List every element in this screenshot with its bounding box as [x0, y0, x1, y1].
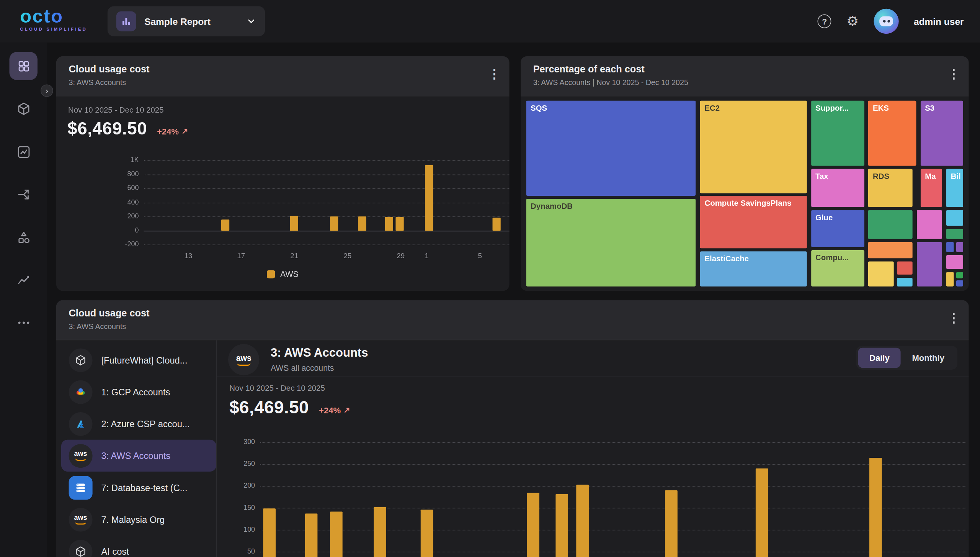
- treemap-tile-bil[interactable]: Bil: [946, 168, 964, 207]
- treemap-tile[interactable]: [946, 254, 964, 269]
- x-axis-label: 17: [232, 252, 250, 260]
- sidebar-item-dashboard[interactable]: [9, 52, 37, 80]
- treemap-tile-ma[interactable]: Ma: [920, 168, 942, 207]
- y-axis-label: 50: [231, 547, 255, 555]
- bar[interactable]: [493, 218, 501, 231]
- bar[interactable]: [385, 217, 393, 231]
- kebab-menu-icon[interactable]: ⋮: [488, 67, 501, 80]
- account-item-2[interactable]: 1: GCP Accounts: [61, 376, 216, 408]
- account-item-7[interactable]: AI cost: [61, 536, 216, 557]
- y-axis-label: 600: [115, 184, 139, 192]
- bar[interactable]: [555, 494, 568, 557]
- treemap-tile-label: Tax: [811, 169, 864, 184]
- y-axis-label: 200: [231, 482, 255, 489]
- bar[interactable]: [870, 458, 882, 557]
- kebab-menu-icon[interactable]: ⋮: [947, 311, 960, 324]
- treemap-tile-tax[interactable]: Tax: [810, 168, 865, 207]
- sidebar-item-analytics[interactable]: [0, 265, 47, 295]
- treemap-tile[interactable]: [868, 241, 913, 259]
- treemap-tile[interactable]: [956, 280, 964, 287]
- gridline: [144, 174, 510, 175]
- account-label: 3: AWS Accounts: [101, 451, 170, 460]
- sidebar-item-structure[interactable]: [0, 223, 47, 252]
- bar[interactable]: [577, 485, 589, 557]
- treemap-tile-ec2[interactable]: EC2: [699, 100, 807, 193]
- account-item-1[interactable]: [FutureWhat] Cloud...: [61, 344, 216, 376]
- package-cube-icon: [16, 101, 31, 116]
- chart-frame-icon: [16, 144, 31, 159]
- bar[interactable]: [305, 514, 318, 557]
- treemap-tile[interactable]: [896, 277, 913, 287]
- bar[interactable]: [420, 509, 433, 557]
- treemap-tile[interactable]: [896, 261, 913, 275]
- settings-gear-icon[interactable]: ⚙: [846, 15, 859, 28]
- treemap-tile[interactable]: [916, 210, 942, 239]
- gridline: [144, 203, 510, 203]
- treemap-tile[interactable]: [916, 241, 942, 287]
- toggle-daily[interactable]: Daily: [858, 348, 901, 368]
- treemap-tile[interactable]: [946, 210, 964, 226]
- treemap-tile[interactable]: [946, 271, 955, 287]
- treemap-tile-suppor-[interactable]: Suppor...: [810, 100, 865, 166]
- help-icon[interactable]: ?: [818, 15, 831, 28]
- gridline: [260, 508, 966, 509]
- treemap-tile[interactable]: [946, 241, 955, 252]
- bar[interactable]: [396, 217, 404, 231]
- treemap-tile-glue[interactable]: Glue: [810, 210, 865, 248]
- bar[interactable]: [425, 165, 433, 231]
- sidebar-item-more[interactable]: [0, 308, 47, 337]
- treemap-tile[interactable]: [946, 228, 964, 239]
- gridline: [260, 552, 966, 552]
- card-subtitle: 3: AWS Accounts: [69, 322, 956, 331]
- treemap-tile-elasticache[interactable]: ElastiCache: [699, 251, 807, 287]
- y-axis-label: 100: [231, 525, 255, 533]
- bar[interactable]: [665, 490, 678, 557]
- account-item-3[interactable]: 2: Azure CSP accou...: [61, 408, 216, 439]
- chart-legend[interactable]: AWS: [56, 270, 510, 279]
- sidebar-item-reports[interactable]: [0, 137, 47, 167]
- kebab-menu-icon[interactable]: ⋮: [947, 67, 960, 80]
- line-chart-icon: [16, 273, 31, 288]
- sidebar-item-resources[interactable]: [0, 94, 47, 124]
- daily-cost-bar-chart: 1K8006004002000-2001317212529159: [144, 158, 510, 246]
- aws-smile-arc: [237, 362, 251, 365]
- treemap-tile-compute-savingsplans[interactable]: Compute SavingsPlans: [699, 195, 807, 249]
- treemap-tile[interactable]: [956, 271, 964, 279]
- treemap-tile-label: Suppor...: [811, 101, 864, 116]
- bar[interactable]: [358, 216, 366, 231]
- bar[interactable]: [527, 493, 540, 557]
- treemap-tile-eks[interactable]: EKS: [868, 100, 917, 166]
- chevron-down-icon: [246, 16, 256, 26]
- shapes-icon: [16, 230, 31, 245]
- bar[interactable]: [330, 216, 338, 231]
- user-avatar[interactable]: [874, 9, 898, 34]
- treemap-tile[interactable]: [868, 261, 894, 287]
- app-logo[interactable]: octo CLOUD SIMPLIFIED: [20, 7, 87, 31]
- treemap-tile-rds[interactable]: RDS: [868, 168, 913, 207]
- total-row: $6,469.50 +24% ↗: [67, 119, 188, 139]
- treemap-tile-s3[interactable]: S3: [920, 100, 964, 166]
- treemap-tile-dynamodb[interactable]: DynamoDB: [526, 198, 696, 287]
- sidebar-item-cost-flows[interactable]: [0, 180, 47, 210]
- bar[interactable]: [290, 216, 298, 230]
- treemap-tile[interactable]: [868, 210, 913, 239]
- account-item-5[interactable]: 7: Database-test (C...: [61, 472, 216, 503]
- bar[interactable]: [330, 512, 343, 557]
- account-item-4[interactable]: aws3: AWS Accounts: [61, 440, 216, 472]
- account-item-6[interactable]: aws7. Malaysia Org: [61, 503, 216, 535]
- card-header: Cloud usage cost 3: AWS Accounts ⋮: [56, 300, 969, 340]
- treemap-tile-sqs[interactable]: SQS: [526, 100, 696, 196]
- account-list: [FutureWhat] Cloud...1: GCP Accounts2: A…: [61, 344, 216, 557]
- bar[interactable]: [756, 469, 769, 557]
- bar[interactable]: [221, 220, 229, 231]
- aws-icon: aws: [228, 344, 260, 375]
- sidebar-expand-button[interactable]: ›: [41, 84, 53, 97]
- azure-icon: [69, 412, 93, 436]
- treemap-tile-label: Glue: [811, 210, 864, 225]
- report-selector[interactable]: Sample Report: [108, 6, 265, 36]
- bar[interactable]: [263, 509, 276, 557]
- bar[interactable]: [374, 508, 386, 557]
- toggle-monthly[interactable]: Monthly: [901, 348, 956, 368]
- treemap-tile[interactable]: [956, 241, 964, 252]
- treemap-tile-compu-[interactable]: Compu...: [810, 250, 865, 287]
